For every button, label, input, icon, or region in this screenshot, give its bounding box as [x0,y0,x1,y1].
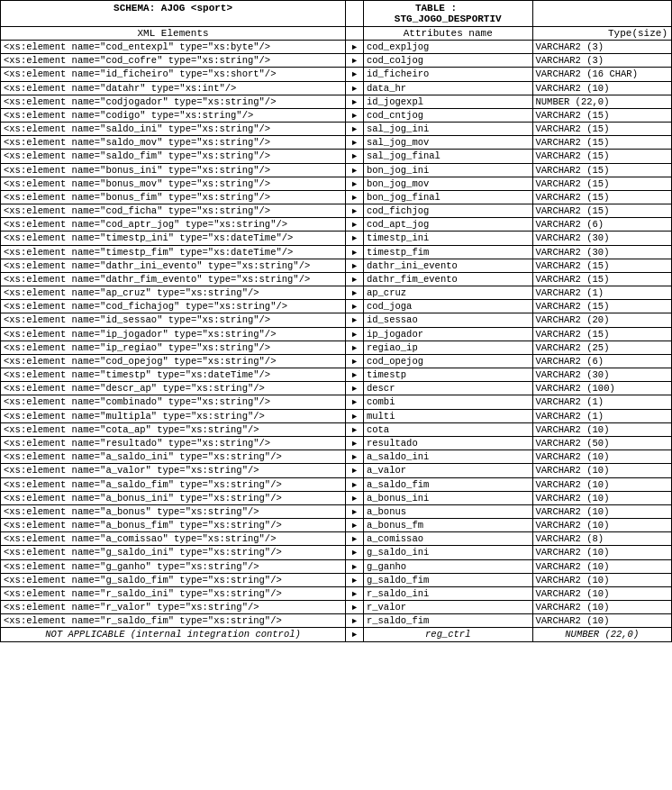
arrow-icon: ► [352,234,357,243]
type-size-cell: VARCHAR2 (10) [532,464,671,477]
attribute-name-cell: a_valor [363,464,532,477]
xml-element-cell: <xs:element name="cota_ap" type="xs:stri… [1,422,346,436]
attribute-name-cell: sal_jog_mov [363,136,532,150]
arrow-cell: ► [346,232,364,245]
xml-element-cell: <xs:element name="resultado" type="xs:st… [1,436,346,449]
type-size-cell: VARCHAR2 (20) [532,313,671,327]
attribute-name-cell: sal_jog_ini [363,123,532,136]
xml-element-cell: <xs:element name="dathr_ini_evento" type… [1,259,346,272]
arrow-icon: ► [352,221,357,230]
arrow-icon: ► [352,152,357,161]
table-row: <xs:element name="cod_cofre" type="xs:st… [1,54,672,68]
arrow-icon: ► [352,85,357,94]
arrow-cell: ► [346,341,364,354]
schema-label: SCHEMA: AJOG <sport> [114,3,232,14]
table-header: TABLE : STG_JOGO_DESPORTIV [363,1,532,27]
xml-element-cell: <xs:element name="multipla" type="xs:str… [1,409,346,422]
type-size-cell: NUMBER (22,0) [532,95,671,108]
xml-element-cell: <xs:element name="timestp_ini" type="xs:… [1,232,346,245]
type-size-cell: VARCHAR2 (30) [532,245,671,259]
attribute-name-cell: a_bonus_fm [363,519,532,532]
arrow-icon: ► [352,262,357,271]
arrow-icon: ► [352,398,357,407]
table-row: <xs:element name="id_sessao" type="xs:st… [1,313,672,327]
attribute-name-cell: a_saldo_fim [363,477,532,491]
attribute-name-cell: combi [363,395,532,409]
type-size-cell: VARCHAR2 (15) [532,123,671,136]
arrow-icon: ► [352,604,357,613]
xml-element-cell: <xs:element name="id_sessao" type="xs:st… [1,313,346,327]
arrow-icon: ► [352,344,357,353]
attribute-name-cell: cod_fichjog [363,204,532,218]
type-size-cell: VARCHAR2 (6) [532,354,671,368]
table-row: <xs:element name="bonus_ini" type="xs:st… [1,163,672,177]
attribute-name-cell: cod_expljog [363,41,532,54]
xml-element-cell: <xs:element name="combinado" type="xs:st… [1,395,346,409]
arrow-icon: ► [352,57,357,66]
type-size-cell: VARCHAR2 (15) [532,272,671,286]
arrow-cell: ► [346,614,364,628]
xml-element-cell: <xs:element name="r_valor" type="xs:stri… [1,601,346,614]
arrow-icon: ► [352,289,357,298]
arrow-icon: ► [352,316,357,325]
arrow-icon: ► [352,467,357,476]
xml-elements-header: XML Elements [1,27,346,41]
arrow-icon: ► [352,249,357,258]
type-size-cell: VARCHAR2 (10) [532,491,671,504]
attribute-name-cell: bon_jog_ini [363,163,532,177]
attribute-name-cell: a_bonus [363,504,532,518]
arrow-cell: ► [346,300,364,313]
arrow-icon: ► [352,453,357,462]
xml-element-cell: <xs:element name="cod_ficha" type="xs:st… [1,204,346,218]
xml-element-cell: <xs:element name="saldo_mov" type="xs:st… [1,136,346,150]
table-row: <xs:element name="cod_aptr_jog" type="xs… [1,218,672,232]
table-row: <xs:element name="saldo_ini" type="xs:st… [1,123,672,136]
arrow-icon: ► [352,371,357,380]
arrow-cell: ► [346,546,364,559]
xml-element-cell: <xs:element name="dathr_fim_evento" type… [1,272,346,286]
attribute-name-cell: ap_cruz [363,286,532,300]
table-name: STG_JOGO_DESPORTIV [395,14,502,24]
attribute-name-cell: a_saldo_ini [363,450,532,464]
type-size-cell: VARCHAR2 (6) [532,218,671,232]
xml-element-cell: <xs:element name="a_valor" type="xs:stri… [1,464,346,477]
table-row: <xs:element name="a_valor" type="xs:stri… [1,464,672,477]
table-row: <xs:element name="a_saldo_ini" type="xs:… [1,450,672,464]
xml-element-cell: <xs:element name="r_saldo_ini" type="xs:… [1,586,346,600]
xml-element-cell: <xs:element name="timestp_fim" type="xs:… [1,245,346,259]
arrow-cell: ► [346,586,364,600]
table-row: <xs:element name="combinado" type="xs:st… [1,395,672,409]
arrow-icon: ► [352,139,357,148]
type-size-cell: VARCHAR2 (1) [532,286,671,300]
table-row: <xs:element name="multipla" type="xs:str… [1,409,672,422]
attribute-name-cell: bon_jog_final [363,190,532,204]
table-row: <xs:element name="timestp_fim" type="xs:… [1,245,672,259]
arrow-icon: ► [352,70,357,79]
table-row: <xs:element name="ip_regiao" type="xs:st… [1,341,672,354]
xml-element-cell: <xs:element name="cod_aptr_jog" type="xs… [1,218,346,232]
table-row: <xs:element name="a_bonus_ini" type="xs:… [1,491,672,504]
attribute-name-cell: descr [363,382,532,395]
table-row: <xs:element name="a_comissao" type="xs:s… [1,532,672,546]
attribute-name-cell: dathr_ini_evento [363,259,532,272]
arrow-cell: ► [346,395,364,409]
footer-arrow-cell: ► [346,628,364,641]
table-row: <xs:element name="codjogador" type="xs:s… [1,95,672,108]
table-row: <xs:element name="r_valor" type="xs:stri… [1,601,672,614]
arrow-icon: ► [352,98,357,107]
xml-element-cell: <xs:element name="ip_regiao" type="xs:st… [1,341,346,354]
type-size-cell: VARCHAR2 (10) [532,450,671,464]
arrow-cell: ► [346,218,364,232]
arrow-cell: ► [346,272,364,286]
arrow-cell: ► [346,108,364,122]
type-size-cell: VARCHAR2 (15) [532,108,671,122]
arrow-cell: ► [346,123,364,136]
type-size-cell: VARCHAR2 (10) [532,504,671,518]
arrow-cell: ► [346,382,364,395]
xml-element-cell: <xs:element name="cod_entexpl" type="xs:… [1,41,346,54]
table-row: <xs:element name="codigo" type="xs:strin… [1,108,672,122]
table-row: <xs:element name="g_ganho" type="xs:stri… [1,559,672,573]
type-size-cell: VARCHAR2 (15) [532,177,671,190]
attribute-name-cell: cod_apt_jog [363,218,532,232]
xml-element-cell: <xs:element name="saldo_ini" type="xs:st… [1,123,346,136]
